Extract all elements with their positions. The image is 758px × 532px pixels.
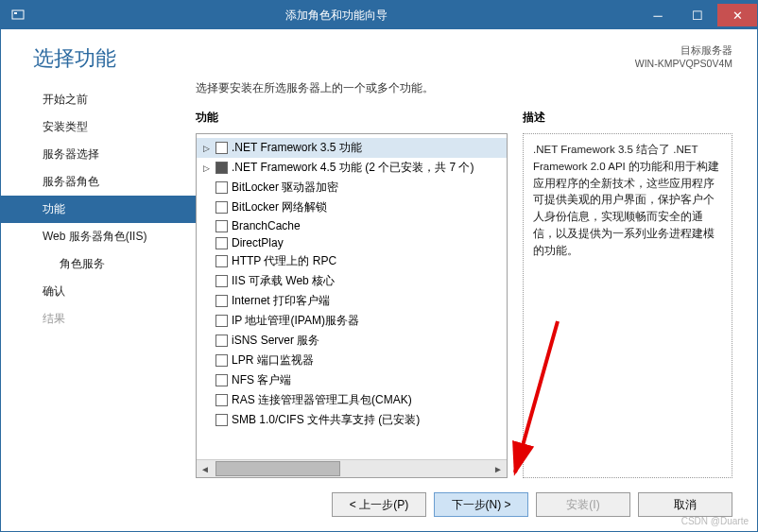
step-server-roles[interactable]: 服务器角色	[1, 168, 196, 196]
step-server-select[interactable]: 服务器选择	[1, 141, 196, 168]
svg-rect-0	[12, 10, 24, 19]
feature-item[interactable]: DirectPlay	[197, 234, 507, 251]
previous-button[interactable]: < 上一步(P)	[332, 492, 426, 517]
feature-item[interactable]: IP 地址管理(IPAM)服务器	[197, 311, 507, 331]
header: 选择功能 目标服务器 WIN-KMPVQPS0V4M	[1, 29, 757, 77]
app-icon	[7, 4, 29, 26]
svg-rect-1	[14, 12, 17, 14]
expand-icon	[200, 355, 212, 367]
expand-icon	[200, 182, 212, 194]
install-button: 安装(I)	[536, 492, 630, 517]
feature-item[interactable]: NFS 客户端	[197, 370, 507, 390]
feature-item[interactable]: BitLocker 驱动器加密	[197, 178, 507, 197]
feature-checkbox[interactable]	[215, 201, 228, 214]
window-title: 添加角色和功能向导	[35, 8, 638, 24]
feature-item[interactable]: SMB 1.0/CIFS 文件共享支持 (已安装)	[197, 410, 507, 430]
feature-checkbox[interactable]	[215, 295, 228, 307]
step-install-type[interactable]: 安装类型	[1, 113, 196, 141]
expand-icon	[200, 375, 212, 386]
feature-checkbox[interactable]	[215, 374, 228, 386]
step-role-services[interactable]: 角色服务	[1, 250, 196, 278]
wizard-steps-sidebar: 开始之前 安装类型 服务器选择 服务器角色 功能 Web 服务器角色(IIS) …	[1, 77, 196, 478]
feature-item[interactable]: IIS 可承载 Web 核心	[197, 271, 507, 291]
wizard-window: 添加角色和功能向导 ─ ☐ ✕ 选择功能 目标服务器 WIN-KMPVQPS0V…	[0, 0, 758, 532]
step-confirm[interactable]: 确认	[1, 278, 196, 305]
horizontal-scrollbar[interactable]: ◄ ►	[197, 459, 507, 477]
expand-icon[interactable]: ▷	[200, 143, 212, 154]
feature-label: .NET Framework 4.5 功能 (2 个已安装，共 7 个)	[232, 160, 474, 176]
feature-label: iSNS Server 服务	[232, 333, 319, 349]
step-web-server-role[interactable]: Web 服务器角色(IIS)	[1, 223, 196, 250]
next-button[interactable]: 下一步(N) >	[434, 492, 528, 517]
feature-checkbox[interactable]	[215, 237, 228, 249]
target-server-name: WIN-KMPVQPS0V4M	[635, 58, 732, 69]
feature-label: NFS 客户端	[232, 372, 291, 388]
feature-item[interactable]: ▷.NET Framework 3.5 功能	[197, 138, 507, 158]
expand-icon	[200, 335, 212, 347]
feature-label: Internet 打印客户端	[232, 293, 330, 309]
feature-label: HTTP 代理上的 RPC	[232, 253, 336, 269]
features-column-label: 功能	[196, 110, 508, 126]
feature-item[interactable]: BranchCache	[197, 217, 507, 234]
feature-checkbox[interactable]	[215, 142, 228, 154]
minimize-button[interactable]: ─	[638, 4, 678, 26]
feature-item[interactable]: Internet 打印客户端	[197, 291, 507, 311]
feature-item[interactable]: iSNS Server 服务	[197, 331, 507, 351]
feature-item[interactable]: LPR 端口监视器	[197, 351, 507, 370]
titlebar[interactable]: 添加角色和功能向导 ─ ☐ ✕	[1, 1, 757, 29]
instruction-text: 选择要安装在所选服务器上的一个或多个功能。	[196, 80, 732, 96]
feature-item[interactable]: BitLocker 网络解锁	[197, 197, 507, 217]
feature-label: RAS 连接管理器管理工具包(CMAK)	[232, 392, 412, 408]
expand-icon	[200, 296, 212, 307]
description-text: .NET Framework 3.5 结合了 .NET Framework 2.…	[523, 133, 732, 478]
feature-item[interactable]: RAS 连接管理器管理工具包(CMAK)	[197, 390, 507, 410]
target-server-info: 目标服务器 WIN-KMPVQPS0V4M	[635, 44, 732, 69]
feature-label: LPR 端口监视器	[232, 352, 314, 369]
description-column-label: 描述	[523, 110, 732, 126]
target-server-label: 目标服务器	[635, 44, 732, 58]
expand-icon	[200, 316, 212, 327]
expand-icon	[200, 220, 212, 232]
feature-label: DirectPlay	[232, 236, 284, 249]
feature-item[interactable]: HTTP 代理上的 RPC	[197, 251, 507, 271]
watermark: CSDN @Duarte	[681, 516, 749, 526]
feature-label: .NET Framework 3.5 功能	[232, 140, 362, 156]
feature-item[interactable]: ▷.NET Framework 4.5 功能 (2 个已安装，共 7 个)	[197, 158, 507, 178]
feature-label: BitLocker 网络解锁	[232, 199, 327, 215]
feature-checkbox[interactable]	[215, 181, 228, 194]
expand-icon	[200, 276, 212, 287]
feature-label: BranchCache	[232, 219, 301, 232]
expand-icon	[200, 395, 212, 406]
page-title: 选择功能	[33, 44, 635, 73]
step-features[interactable]: 功能	[1, 196, 196, 223]
expand-icon	[200, 415, 212, 426]
scroll-right-icon[interactable]: ►	[490, 460, 507, 477]
feature-checkbox[interactable]	[215, 354, 228, 367]
cancel-button[interactable]: 取消	[638, 492, 732, 517]
feature-label: SMB 1.0/CIFS 文件共享支持 (已安装)	[232, 412, 420, 428]
scroll-thumb[interactable]	[215, 461, 340, 476]
feature-checkbox[interactable]	[215, 220, 228, 232]
wizard-footer: < 上一步(P) 下一步(N) > 安装(I) 取消	[1, 478, 757, 531]
expand-icon[interactable]: ▷	[200, 163, 212, 174]
step-results: 结果	[1, 305, 196, 333]
feature-label: IIS 可承载 Web 核心	[232, 273, 335, 289]
feature-checkbox[interactable]	[215, 162, 228, 174]
feature-checkbox[interactable]	[215, 275, 228, 287]
expand-icon	[200, 256, 212, 267]
feature-checkbox[interactable]	[215, 394, 228, 406]
feature-label: BitLocker 驱动器加密	[232, 180, 338, 196]
feature-label: IP 地址管理(IPAM)服务器	[232, 313, 359, 329]
feature-checkbox[interactable]	[215, 255, 228, 267]
expand-icon	[200, 237, 212, 249]
features-listbox[interactable]: ▷.NET Framework 3.5 功能▷.NET Framework 4.…	[196, 133, 508, 478]
feature-checkbox[interactable]	[215, 315, 228, 327]
expand-icon	[200, 202, 212, 214]
feature-checkbox[interactable]	[215, 414, 228, 426]
scroll-left-icon[interactable]: ◄	[197, 460, 214, 477]
close-button[interactable]: ✕	[717, 4, 757, 26]
step-before-begin[interactable]: 开始之前	[1, 86, 196, 113]
feature-checkbox[interactable]	[215, 335, 228, 347]
maximize-button[interactable]: ☐	[678, 4, 717, 26]
